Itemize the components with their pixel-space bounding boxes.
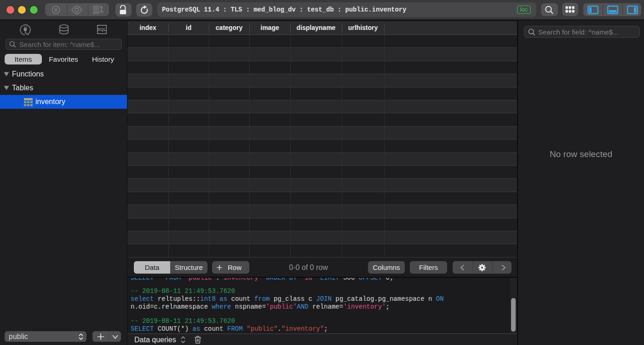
svg-text:SQL: SQL bbox=[98, 27, 106, 32]
